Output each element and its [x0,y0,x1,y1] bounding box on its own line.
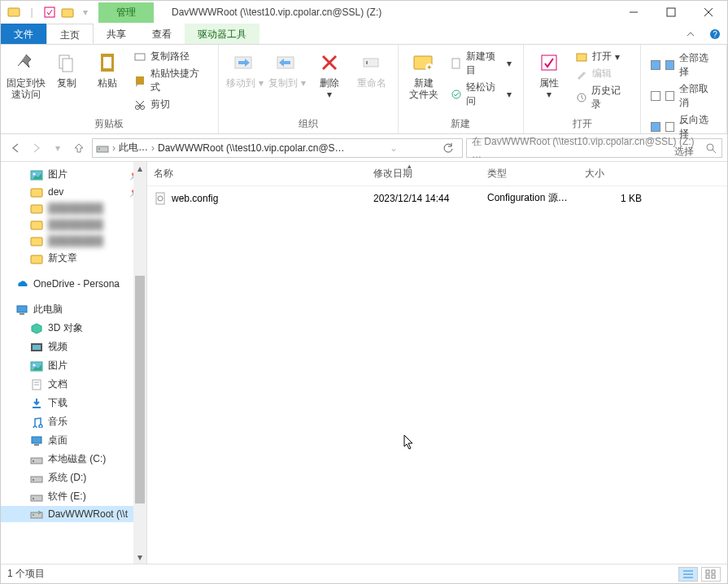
3d-icon [30,323,43,334]
refresh-button[interactable] [442,142,459,154]
select-none-button[interactable]: 全部取消 [651,81,717,111]
tab-drive-tools[interactable]: 驱动器工具 [185,24,259,44]
tree-item[interactable]: OneDrive - Persona [1,276,146,292]
tab-share[interactable]: 共享 [94,24,139,44]
tree-item[interactable]: 图片 [1,356,146,375]
help-button[interactable]: ? [703,24,727,44]
cut-button[interactable]: 剪切 [131,96,209,113]
ribbon-group-new: ✦ 新建文件夹 新建项目 ▾ 轻松访问 ▾ 新建 [399,45,524,133]
paste-button[interactable]: 粘贴 [87,48,128,116]
tree-item[interactable]: 3D 对象 [1,319,146,338]
column-name[interactable]: 名称 [154,167,373,181]
details-view-button[interactable] [678,567,698,582]
paste-shortcut-button[interactable]: 粘贴快捷方式 [131,65,209,96]
tree-item[interactable]: 系统 (D:) [1,469,146,487]
svg-rect-40 [31,205,42,213]
scroll-thumb[interactable] [135,276,145,503]
qat-properties-icon[interactable] [43,6,56,19]
tree-item[interactable]: 此电脑 [1,300,146,319]
scroll-up-button[interactable]: ▴ [133,162,146,175]
tab-view[interactable]: 查看 [139,24,185,44]
forward-button[interactable] [27,138,46,158]
column-size[interactable]: 大小 [585,167,642,181]
easy-access-button[interactable]: 轻松访问 ▾ [447,79,515,110]
tree-item[interactable]: 桌面 [1,431,146,450]
back-button[interactable] [6,138,25,158]
drive-icon [30,454,43,465]
file-list: ▴ 名称 修改日期 类型 大小 web.config2023/12/14 14:… [147,162,727,564]
tree-item[interactable]: 图片📌 [1,165,146,184]
svg-rect-70 [712,570,715,573]
crumb-path[interactable]: DavWWWRoot (\\test10.vip.cpolar.cn@S… [158,142,345,154]
svg-rect-41 [31,221,42,229]
breadcrumb[interactable]: › 此电… › DavWWWRoot (\\test10.vip.cpolar.… [92,138,463,158]
svg-text:?: ? [713,30,717,39]
tree-item[interactable]: 音乐 [1,412,146,431]
crumb-root[interactable]: 此电… [119,141,148,155]
ribbon-collapse-button[interactable] [678,24,703,44]
new-folder-button[interactable]: ✦ 新建文件夹 [403,48,444,116]
new-item-button[interactable]: 新建项目 ▾ [447,48,515,79]
icons-view-button[interactable] [701,567,721,582]
minimize-button[interactable] [615,1,652,24]
properties-button[interactable]: 属性▾ [529,48,569,116]
move-to-button[interactable]: 移动到 ▾ [224,48,266,116]
config-file-icon [154,192,167,205]
recent-button[interactable]: ▾ [48,138,68,158]
svg-point-35 [707,144,713,150]
tree-item[interactable]: 本地磁盘 (C:) [1,450,146,469]
ribbon-group-clipboard: 固定到快速访问 复制 粘贴 复制路径 粘贴快捷方式 [1,45,219,133]
rename-button[interactable]: 重命名 [351,48,393,116]
status-bar: 1 个项目 [1,564,727,583]
video-icon [30,342,43,353]
tab-file[interactable]: 文件 [1,24,46,44]
delete-button[interactable]: 删除▾ [308,48,351,116]
pictures-icon [30,360,43,372]
tree-item[interactable]: ████████ [1,200,146,216]
desktop-icon [30,435,43,447]
tree-item[interactable]: ████████ [1,233,146,249]
netdrive-icon [30,508,43,520]
sort-indicator-icon[interactable]: ▴ [408,162,412,170]
search-input[interactable]: 在 DavWWWRoot (\\test10.vip.cpolar.cn@SSL… [466,138,722,158]
select-all-button[interactable]: 全部选择 [651,50,717,81]
column-modified[interactable]: 修改日期 [373,167,487,181]
file-row[interactable]: web.config2023/12/14 14:44Configuration … [147,186,727,210]
copy-to-button[interactable]: 复制到 ▾ [266,48,308,116]
scrollbar[interactable]: ▴ ▾ [133,162,146,564]
copy-button[interactable]: 复制 [46,48,87,116]
tree-item[interactable]: DavWWWRoot (\\t [1,506,146,522]
history-button[interactable]: 历史记录 [573,82,632,113]
svg-rect-31 [577,54,586,61]
qat-folder-icon[interactable] [61,6,74,19]
drive-icon [30,473,43,484]
search-icon[interactable] [705,142,717,154]
address-dropdown-icon[interactable]: ⌄ [386,142,402,154]
open-button[interactable]: 打开 ▾ [573,48,632,65]
svg-rect-10 [63,59,72,72]
edit-button[interactable]: 编辑 [573,65,632,82]
downloads-icon [30,398,43,409]
context-tab-label: 管理 [98,2,154,23]
svg-rect-72 [712,575,715,578]
qat-dropdown-icon[interactable]: ▾ [79,6,92,19]
up-button[interactable] [69,138,89,158]
tree-item[interactable]: 下载 [1,394,146,412]
column-type[interactable]: 类型 [487,167,585,181]
tree-item[interactable]: 软件 (E:) [1,487,146,506]
group-label-new: 新建 [403,116,518,132]
svg-rect-33 [97,146,108,152]
tree-item[interactable]: 文档 [1,375,146,394]
tab-home[interactable]: 主页 [46,24,94,44]
tree-item[interactable]: 视频 [1,338,146,356]
scroll-down-button[interactable]: ▾ [133,551,146,564]
svg-rect-54 [32,437,41,443]
close-button[interactable] [690,1,727,24]
maximize-button[interactable] [652,1,690,24]
tree-item[interactable]: dev📌 [1,184,146,200]
pin-quick-access-button[interactable]: 固定到快速访问 [6,48,46,116]
tree-item[interactable]: 新文章 [1,249,146,268]
tree-item[interactable]: ████████ [1,216,146,233]
navigation-pane: 图片📌dev📌████████████████████████新文章OneDri… [1,162,147,564]
copy-path-button[interactable]: 复制路径 [131,48,209,65]
